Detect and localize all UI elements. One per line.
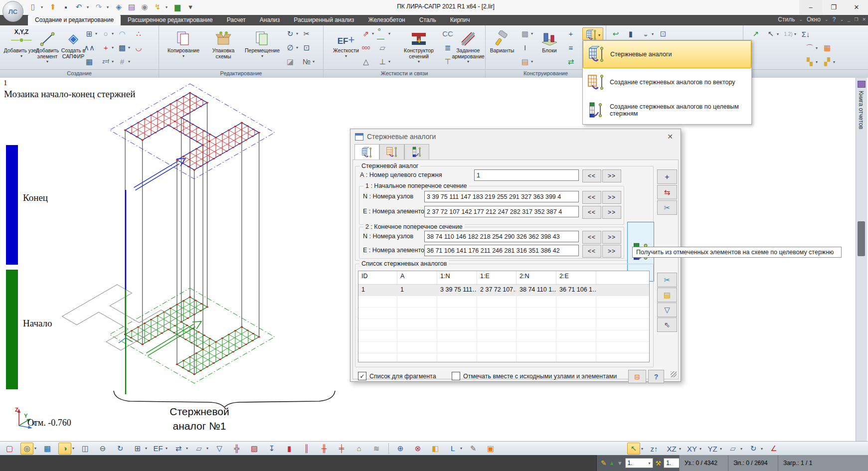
sec1-elements-input[interactable]: 2 37 72 107 142 177 212 247 282 317 352 … bbox=[424, 206, 579, 217]
select-down-icon[interactable]: ▼ bbox=[617, 460, 623, 466]
run-calculation-icon[interactable]: ↯ bbox=[153, 1, 163, 12]
table-empty-row[interactable] bbox=[358, 296, 649, 308]
sec1-nodes-prev-button[interactable]: << bbox=[582, 191, 601, 204]
add-analog-button[interactable]: + bbox=[657, 169, 677, 184]
window-menu[interactable]: Окно bbox=[807, 16, 821, 23]
column-header-1[interactable]: А bbox=[397, 271, 437, 284]
mark-with-sources-checkbox[interactable]: Отмечать вместе с исходными узлами и эле… bbox=[452, 372, 617, 380]
add-rods-group-icon[interactable]: ≡ bbox=[565, 41, 576, 54]
view-yz-icon[interactable]: YZ▾ bbox=[706, 443, 722, 455]
truss-generator-icon[interactable]: ∧∧ bbox=[84, 41, 97, 54]
dialog-close-button[interactable]: ✕ bbox=[664, 132, 677, 142]
steel-section-icon[interactable]: I bbox=[520, 41, 533, 54]
view-xy-icon[interactable]: XY▾ bbox=[686, 443, 701, 455]
move-button[interactable]: Перемещение▾ bbox=[243, 26, 282, 69]
table-empty-row[interactable] bbox=[358, 330, 649, 342]
elastic-support-icon[interactable]: △ bbox=[360, 55, 374, 68]
dialog-title-bar[interactable]: Стержневые аналоги bbox=[350, 129, 681, 144]
highlight-icon[interactable]: ▣ bbox=[484, 443, 497, 455]
doc-close-icon[interactable]: ✕ bbox=[862, 17, 866, 22]
run-calculation-icon-arrow[interactable]: ▾ bbox=[166, 5, 170, 9]
blocks-button[interactable]: Блоки bbox=[535, 26, 563, 69]
arc-fragment-icon[interactable]: ◡ bbox=[133, 41, 144, 54]
plate-icon[interactable]: ▱ bbox=[377, 41, 390, 54]
column-header-3[interactable]: 1:E bbox=[477, 271, 517, 284]
diagram-icon[interactable]: ▆ bbox=[173, 1, 182, 12]
menu-item-create-by-target[interactable]: Создание стержневых аналогов по целевым … bbox=[583, 96, 751, 124]
ribbon-tab-0[interactable]: Создание и редактирование bbox=[28, 15, 121, 25]
pan-view-icon[interactable]: ◎▾ bbox=[20, 443, 36, 455]
view-3d-icon[interactable]: ◈ bbox=[114, 1, 124, 12]
plates-display-icon[interactable]: ▱▾ bbox=[192, 443, 208, 455]
axes-arrows-icon[interactable]: ↗ bbox=[750, 28, 761, 39]
sec1-nodes-input[interactable]: 3 39 75 111 147 183 219 255 291 327 363 … bbox=[424, 191, 579, 202]
view-plane-icon[interactable]: ▱▾ bbox=[726, 443, 742, 455]
app-logo-icon[interactable]: ЛС bbox=[2, 1, 23, 22]
sec2-elements-prev-button[interactable]: << bbox=[582, 245, 601, 258]
style-menu[interactable]: Стиль bbox=[778, 16, 795, 23]
view-xz-icon[interactable]: XZ▾ bbox=[665, 443, 681, 455]
new-document-icon-arrow[interactable]: ▾ bbox=[41, 5, 45, 9]
undo-results-icon[interactable]: ↩ bbox=[610, 28, 621, 39]
building-frame-icon[interactable]: ▦ bbox=[84, 55, 97, 68]
copy-sheet-icon[interactable]: ⊡ bbox=[301, 41, 315, 54]
save-icon[interactable]: ▪ bbox=[61, 1, 71, 12]
bridge-icon[interactable]: ⌒▾ bbox=[804, 42, 818, 53]
analog-list-table[interactable]: IDА1:N1:E2:N2:E113 39 75 111…2 37 72 107… bbox=[358, 271, 650, 362]
copy-pages-icon[interactable]: ⊡ bbox=[658, 28, 669, 39]
mark-mode-icon[interactable]: ✎ bbox=[601, 459, 607, 467]
menu-item-create-by-vector[interactable]: Создание стержневых аналогов по вектору bbox=[583, 68, 751, 96]
reinforcement-button[interactable]: Заданное армирование▾ bbox=[452, 26, 484, 69]
ribbon-tab-1[interactable]: Расширенное редактирование bbox=[121, 15, 220, 25]
rotation-body-icon[interactable]: ○▾ bbox=[100, 27, 114, 40]
new-document-icon[interactable]: ▯ bbox=[28, 1, 38, 12]
section-view-icon[interactable]: ⊖ bbox=[96, 443, 109, 455]
sec2-nodes-input[interactable]: 38 74 110 146 182 218 254 290 326 362 39… bbox=[424, 231, 579, 242]
masonry-icon[interactable]: ▤▾ bbox=[520, 55, 533, 68]
table-empty-row[interactable] bbox=[358, 342, 649, 353]
select-on-scheme-button[interactable]: ⇖ bbox=[657, 317, 677, 332]
node-markers-icon[interactable]: ╬ bbox=[230, 443, 243, 455]
mesh-display-icon[interactable]: ▨ bbox=[248, 443, 261, 455]
select-up-icon[interactable]: ▲ bbox=[609, 460, 615, 466]
sec2-nodes-prev-button[interactable]: << bbox=[582, 231, 601, 244]
node-constraint-icon[interactable]: ⊥▾ bbox=[377, 55, 390, 68]
rotate-model-icon[interactable]: ↻ bbox=[114, 443, 127, 455]
select-fragment-icon[interactable]: ▢ bbox=[3, 443, 16, 455]
add-rod-icon[interactable]: + bbox=[565, 27, 576, 40]
coordinate-systems-icon[interactable]: CC bbox=[442, 27, 453, 40]
table-row[interactable]: 113 39 75 111…2 37 72 107…38 74 110 1…36… bbox=[358, 285, 649, 296]
column-header-0[interactable]: ID bbox=[358, 271, 397, 284]
frame-grid-icon[interactable]: ≋ bbox=[370, 443, 383, 455]
ribbon-tab-4[interactable]: Расширенный анализ bbox=[287, 15, 361, 25]
sec2-nodes-next-button[interactable]: >> bbox=[602, 231, 621, 244]
mirror-display-icon[interactable]: ⇄▾ bbox=[172, 443, 188, 455]
doc-minimize-icon[interactable]: _ bbox=[848, 17, 850, 22]
grid-down-icon[interactable]: ▦ bbox=[822, 42, 833, 53]
dialog-tab-rod-analog[interactable] bbox=[354, 144, 379, 160]
mirror-icon[interactable]: ∅▾ bbox=[285, 41, 298, 54]
column-header-2[interactable]: 1:N bbox=[437, 271, 477, 284]
variants-button[interactable]: Варианты bbox=[487, 26, 518, 69]
fragment-list-checkbox[interactable]: ✓Список для фрагмента bbox=[358, 372, 436, 380]
loads-arrows-icon[interactable]: ⇗▾ bbox=[360, 27, 374, 40]
dome-generator-icon[interactable]: ◠ bbox=[117, 27, 130, 40]
node-scatter-icon[interactable]: ∴ bbox=[133, 27, 144, 40]
table-empty-row[interactable] bbox=[358, 353, 649, 362]
filter-list-button[interactable]: ▽ bbox=[657, 303, 677, 317]
sec2-elements-next-button[interactable]: >> bbox=[602, 245, 621, 258]
restore-button[interactable]: ❐ bbox=[822, 0, 845, 14]
columns-red-icon[interactable]: ▮ bbox=[283, 443, 296, 455]
sec2-elements-input[interactable]: 36 71 106 141 176 211 246 281 316 351 38… bbox=[424, 245, 579, 256]
help-menu[interactable]: ? bbox=[832, 16, 836, 23]
open-import-icon[interactable]: ⬆ bbox=[48, 1, 58, 12]
customize-toolbar-icon[interactable]: ▾ bbox=[185, 1, 195, 12]
surface-formula-icon[interactable]: z=f▾ bbox=[100, 55, 114, 68]
doc-restore-icon[interactable]: ❐ bbox=[854, 17, 858, 22]
cut-scheme-icon[interactable]: ✂ bbox=[301, 27, 315, 40]
snap-grid-icon[interactable]: ⊞▾ bbox=[131, 443, 147, 455]
redo-icon[interactable]: ↷ bbox=[94, 1, 104, 12]
pack-scheme-button[interactable]: Упаковка схемы bbox=[204, 26, 243, 69]
section-builder-button[interactable]: + Конструктор сечений▾ bbox=[397, 26, 440, 69]
stiffness-display-icon[interactable]: EF▾ bbox=[152, 443, 168, 455]
